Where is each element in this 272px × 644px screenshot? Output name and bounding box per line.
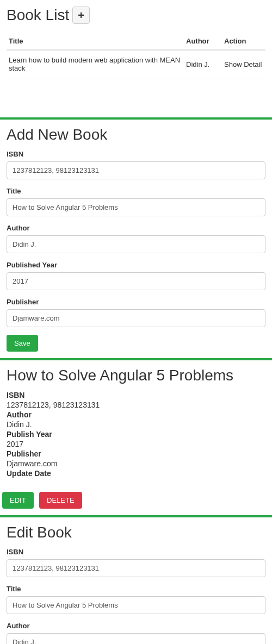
delete-button[interactable]: DELETE bbox=[39, 492, 82, 509]
detail-publisher-value: Djamware.com bbox=[7, 459, 265, 468]
col-action: Action bbox=[222, 33, 265, 50]
detail-author-value: Didin J. bbox=[7, 420, 265, 429]
edit-isbn-label: ISBN bbox=[7, 548, 265, 556]
table-row: Learn how to build modern web applicatio… bbox=[7, 50, 265, 78]
detail-isbn-value: 1237812123, 98123123131 bbox=[7, 401, 265, 409]
detail-heading: How to Solve Angular 5 Problems bbox=[7, 367, 265, 384]
add-book-section: Add New Book ISBN Title Author Published… bbox=[0, 120, 272, 358]
isbn-input[interactable] bbox=[7, 161, 265, 179]
detail-year-label: Publish Year bbox=[7, 430, 265, 439]
detail-update-label: Update Date bbox=[7, 469, 265, 478]
detail-publisher-label: Publisher bbox=[7, 449, 265, 458]
col-title: Title bbox=[7, 33, 184, 50]
title-label: Title bbox=[7, 187, 265, 195]
book-detail-section: How to Solve Angular 5 Problems ISBN 123… bbox=[0, 360, 272, 492]
add-heading: Add New Book bbox=[7, 126, 265, 143]
cell-action[interactable]: Show Detail bbox=[222, 50, 265, 78]
edit-author-input[interactable] bbox=[7, 633, 265, 644]
year-input[interactable] bbox=[7, 272, 265, 290]
edit-book-section: Edit Book ISBN Title Author Published Ye… bbox=[0, 517, 272, 644]
detail-author-label: Author bbox=[7, 410, 265, 419]
author-input[interactable] bbox=[7, 235, 265, 253]
edit-title-label: Title bbox=[7, 585, 265, 593]
detail-isbn-label: ISBN bbox=[7, 391, 265, 399]
publisher-input[interactable] bbox=[7, 309, 265, 327]
edit-button[interactable]: EDIT bbox=[2, 492, 34, 509]
col-author: Author bbox=[184, 33, 222, 50]
book-list-section: Book List + Title Author Action Learn ho… bbox=[0, 0, 272, 117]
cell-author: Didin J. bbox=[184, 50, 222, 78]
edit-author-label: Author bbox=[7, 622, 265, 630]
cell-title: Learn how to build modern web applicatio… bbox=[7, 50, 184, 78]
title-input[interactable] bbox=[7, 198, 265, 216]
detail-year-value: 2017 bbox=[7, 440, 265, 448]
year-label: Published Year bbox=[7, 261, 265, 269]
book-table: Title Author Action Learn how to build m… bbox=[7, 33, 265, 78]
publisher-label: Publisher bbox=[7, 298, 265, 306]
edit-title-input[interactable] bbox=[7, 596, 265, 614]
plus-icon: + bbox=[78, 9, 84, 22]
page-title: Book List bbox=[7, 7, 69, 24]
add-book-button[interactable]: + bbox=[72, 7, 90, 24]
edit-heading: Edit Book bbox=[7, 524, 265, 541]
edit-isbn-input[interactable] bbox=[7, 559, 265, 577]
isbn-label: ISBN bbox=[7, 150, 265, 158]
author-label: Author bbox=[7, 224, 265, 232]
save-button[interactable]: Save bbox=[7, 335, 38, 352]
